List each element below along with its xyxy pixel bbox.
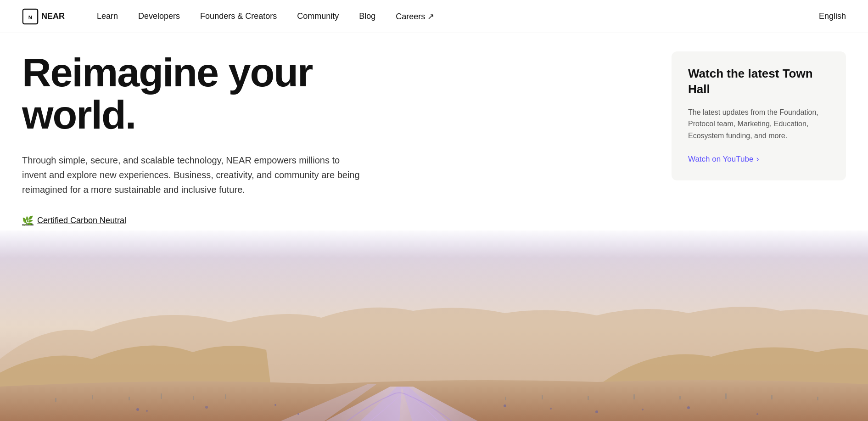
hero-description: Through simple, secure, and scalable tec…: [22, 153, 366, 197]
svg-point-25: [642, 409, 644, 410]
nav-link-blog[interactable]: Blog: [349, 11, 386, 21]
watch-label: Watch on YouTube: [688, 155, 753, 164]
svg-point-22: [504, 404, 506, 407]
svg-rect-15: [771, 395, 773, 399]
carbon-neutral-label: Certified Carbon Neutral: [37, 216, 126, 225]
svg-rect-16: [817, 397, 818, 400]
svg-rect-10: [542, 395, 543, 399]
svg-rect-9: [505, 397, 506, 400]
svg-rect-12: [633, 394, 635, 399]
nav-link-learn[interactable]: Learn: [87, 11, 128, 21]
hero-image: [0, 230, 868, 421]
nav-link-careers[interactable]: Careers ↗: [386, 11, 444, 22]
navigation: N NEAR Learn Developers Founders & Creat…: [0, 0, 868, 33]
nav-link-community[interactable]: Community: [287, 11, 349, 21]
svg-rect-7: [193, 396, 194, 400]
arrow-icon: ›: [756, 154, 759, 164]
svg-rect-13: [679, 396, 681, 399]
svg-rect-11: [588, 396, 589, 400]
left-section: Reimagine your world. Through simple, se…: [22, 51, 435, 230]
nav-link-developers[interactable]: Developers: [128, 11, 190, 21]
svg-point-26: [687, 406, 690, 409]
svg-rect-4: [92, 395, 93, 399]
hero-title: Reimagine your world.: [22, 51, 435, 136]
svg-point-24: [595, 410, 598, 413]
right-section: Watch the latest Town Hall The latest up…: [672, 51, 846, 230]
watch-on-youtube-link[interactable]: Watch on YouTube ›: [688, 154, 759, 164]
carbon-neutral-link[interactable]: 🌿 Certified Carbon Neutral: [22, 215, 126, 226]
svg-point-18: [146, 410, 148, 412]
svg-rect-8: [225, 394, 226, 399]
svg-point-19: [205, 406, 208, 409]
near-logo-icon: N: [22, 8, 39, 25]
nav-links: Learn Developers Founders & Creators Com…: [87, 11, 819, 22]
card-title: Watch the latest Town Hall: [688, 66, 829, 97]
logo-text: NEAR: [41, 11, 65, 21]
svg-rect-14: [725, 393, 727, 399]
desert-svg: [0, 230, 868, 421]
svg-rect-28: [0, 230, 868, 258]
nav-link-founders-creators[interactable]: Founders & Creators: [190, 11, 287, 21]
svg-rect-5: [129, 397, 130, 400]
desert-scene: [0, 230, 868, 421]
svg-point-27: [756, 413, 758, 415]
svg-text:N: N: [28, 14, 32, 20]
card-description: The latest updates from the Foundation, …: [688, 107, 829, 142]
svg-point-23: [550, 408, 552, 410]
svg-point-20: [274, 404, 276, 406]
logo[interactable]: N NEAR: [22, 8, 65, 25]
svg-point-17: [136, 408, 139, 411]
language-selector[interactable]: English: [819, 11, 846, 21]
svg-rect-6: [161, 393, 162, 399]
town-hall-card: Watch the latest Town Hall The latest up…: [672, 51, 846, 180]
main-content: Reimagine your world. Through simple, se…: [0, 33, 868, 230]
svg-point-21: [297, 413, 299, 415]
leaf-icon: 🌿: [22, 215, 34, 226]
svg-rect-3: [55, 398, 56, 402]
